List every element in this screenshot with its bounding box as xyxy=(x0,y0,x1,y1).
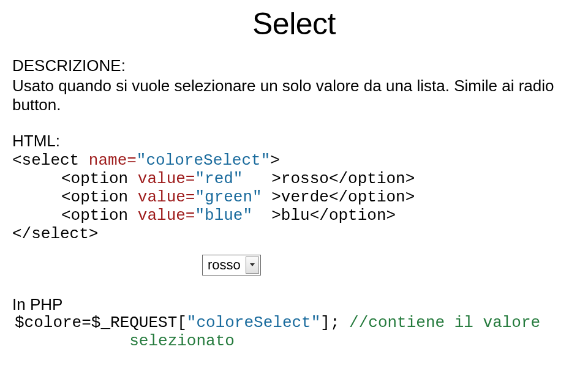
code-token: >rosso</option> xyxy=(271,170,415,188)
code-attr-name: value= xyxy=(128,206,195,225)
code-string: "coloreSelect" xyxy=(187,313,320,332)
select-dropdown-illustration[interactable]: rosso xyxy=(202,255,261,276)
chevron-down-icon xyxy=(250,263,255,266)
html-code-block: <select name="coloreSelect"> <option val… xyxy=(12,152,576,243)
code-attr-value: "red" xyxy=(195,170,271,188)
code-token: <option xyxy=(61,188,128,206)
description-label: DESCRIZIONE: xyxy=(12,56,576,75)
code-token: >blu</option> xyxy=(271,206,396,225)
html-label: HTML: xyxy=(12,132,576,151)
code-attr-name: value= xyxy=(128,188,195,206)
code-token: <select xyxy=(12,151,79,170)
dropdown-button[interactable] xyxy=(246,257,259,274)
code-token: <option xyxy=(61,170,128,188)
code-attr-value: "coloreSelect" xyxy=(137,151,270,170)
code-token: > xyxy=(270,151,280,170)
code-attr-name: name= xyxy=(79,151,137,170)
code-comment: selezionato xyxy=(15,332,235,350)
code-attr-value: "green" xyxy=(195,188,271,206)
code-token: ]; xyxy=(320,313,349,332)
code-token: $colore=$_REQUEST[ xyxy=(15,313,187,332)
code-token: </select> xyxy=(12,225,98,243)
code-attr-name: value= xyxy=(128,170,195,188)
select-selected-value: rosso xyxy=(208,257,246,273)
code-attr-value: "blue" xyxy=(195,206,271,225)
code-comment: //contiene il valore xyxy=(349,313,540,332)
slide-content: Select DESCRIZIONE: Usato quando si vuol… xyxy=(0,0,588,351)
php-label: In PHP xyxy=(12,295,576,314)
code-token: >verde</option> xyxy=(271,188,415,206)
code-token: <option xyxy=(61,206,128,225)
php-code-block: $colore=$_REQUEST["coloreSelect"]; //con… xyxy=(12,314,576,351)
description-text: Usato quando si vuole selezionare un sol… xyxy=(12,77,576,114)
slide-title: Select xyxy=(12,6,576,42)
